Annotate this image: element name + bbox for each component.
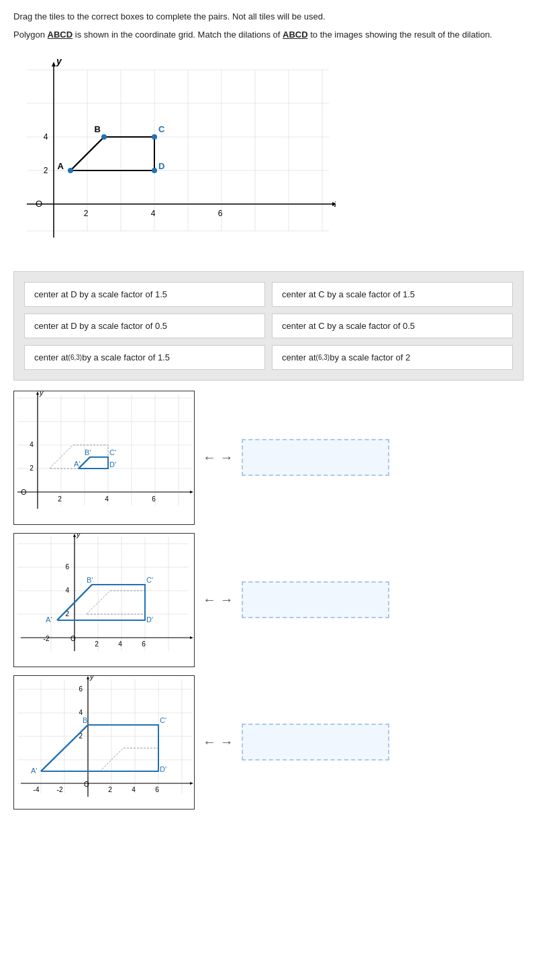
instructions-area: Drag the tiles to the correct boxes to c… xyxy=(0,0,537,50)
svg-text:4: 4 xyxy=(132,786,136,793)
match-arrow-3: ← → xyxy=(203,734,234,750)
svg-text:O: O xyxy=(21,488,27,496)
svg-text:x: x xyxy=(193,633,195,641)
svg-text:x: x xyxy=(193,779,195,787)
svg-text:B': B' xyxy=(83,716,89,724)
svg-text:C: C xyxy=(158,124,165,134)
svg-text:2: 2 xyxy=(58,495,62,503)
svg-text:4: 4 xyxy=(105,495,109,503)
svg-text:B': B' xyxy=(87,576,93,584)
match-grid-3: x y O 2 4 6 6 4 2 -2 -4 xyxy=(14,676,195,810)
svg-text:D': D' xyxy=(146,616,153,624)
svg-text:4: 4 xyxy=(44,132,48,142)
svg-text:y: y xyxy=(39,391,44,397)
match-dropzone-1[interactable] xyxy=(242,439,389,476)
svg-text:C': C' xyxy=(109,448,116,456)
svg-text:C': C' xyxy=(146,576,153,584)
svg-text:B: B xyxy=(95,124,101,134)
svg-text:-2: -2 xyxy=(57,786,63,793)
svg-text:O: O xyxy=(84,781,89,788)
svg-text:A': A' xyxy=(74,460,80,468)
svg-text:2: 2 xyxy=(44,166,48,175)
svg-text:4: 4 xyxy=(118,640,122,648)
tile-6[interactable]: center at (6,3) by a scale factor of 2 xyxy=(272,345,513,370)
svg-text:O: O xyxy=(36,199,42,209)
svg-text:x: x xyxy=(193,488,195,496)
match-row-3: x y O 2 4 6 6 4 2 -2 -4 xyxy=(13,675,524,810)
match-grid-2: x y O 2 4 6 6 4 2 -2 xyxy=(14,534,195,667)
svg-text:B': B' xyxy=(85,448,91,456)
match-dropzone-2[interactable] xyxy=(242,581,389,618)
main-grid-container: x y O 2 4 6 2 4 xyxy=(0,50,537,264)
svg-text:D': D' xyxy=(160,765,166,773)
svg-text:A': A' xyxy=(46,616,52,624)
match-graph-1: O x y 2 4 6 4 2 xyxy=(13,391,195,525)
svg-text:y: y xyxy=(56,56,62,66)
svg-text:6: 6 xyxy=(79,685,83,693)
svg-text:A': A' xyxy=(31,767,37,775)
svg-text:6: 6 xyxy=(142,640,146,648)
svg-text:D: D xyxy=(158,161,164,171)
svg-text:4: 4 xyxy=(65,587,69,594)
instruction-line2: Polygon ABCD is shown in the coordinate … xyxy=(13,28,524,42)
svg-text:4: 4 xyxy=(79,709,83,716)
match-grid-1: O x y 2 4 6 4 2 xyxy=(14,391,195,525)
svg-text:4: 4 xyxy=(30,441,34,448)
match-rows-area: O x y 2 4 6 4 2 xyxy=(0,387,537,821)
instruction-line1: Drag the tiles to the correct boxes to c… xyxy=(13,10,524,24)
svg-text:6: 6 xyxy=(152,495,156,503)
svg-line-60 xyxy=(79,457,90,469)
match-row-1: O x y 2 4 6 4 2 xyxy=(13,391,524,525)
svg-marker-49 xyxy=(190,491,193,493)
svg-marker-51 xyxy=(36,391,39,395)
svg-point-31 xyxy=(152,168,157,173)
tile-3[interactable]: center at D by a scale factor of 0.5 xyxy=(24,313,265,338)
tile-1[interactable]: center at D by a scale factor of 1.5 xyxy=(24,282,265,307)
match-graph-3: x y O 2 4 6 6 4 2 -2 -4 xyxy=(13,675,195,810)
svg-marker-77 xyxy=(190,636,193,639)
svg-text:-4: -4 xyxy=(34,786,40,793)
svg-point-28 xyxy=(68,168,73,173)
svg-text:x: x xyxy=(334,198,336,209)
svg-marker-108 xyxy=(190,782,193,785)
match-arrow-1: ← → xyxy=(203,450,234,465)
svg-text:2: 2 xyxy=(95,640,99,648)
svg-text:A: A xyxy=(58,161,64,171)
svg-text:2: 2 xyxy=(30,464,34,472)
svg-text:4: 4 xyxy=(151,209,156,218)
svg-text:D': D' xyxy=(109,460,116,469)
svg-text:2: 2 xyxy=(108,786,112,793)
match-graph-2: x y O 2 4 6 6 4 2 -2 xyxy=(13,533,195,667)
svg-point-30 xyxy=(152,134,157,140)
tile-4[interactable]: center at C by a scale factor of 0.5 xyxy=(272,313,513,338)
svg-marker-110 xyxy=(87,676,89,679)
tile-2[interactable]: center at C by a scale factor of 1.5 xyxy=(272,282,513,307)
tile-5[interactable]: center at (6,3) by a scale factor of 1.5 xyxy=(24,345,265,370)
svg-text:-2: -2 xyxy=(44,635,50,642)
svg-text:6: 6 xyxy=(65,563,69,571)
svg-text:y: y xyxy=(76,534,81,538)
match-arrow-2: ← → xyxy=(203,592,234,607)
svg-text:O: O xyxy=(70,635,76,642)
svg-marker-18 xyxy=(52,62,56,66)
svg-text:2: 2 xyxy=(84,209,89,218)
main-coordinate-grid: x y O 2 4 6 2 4 xyxy=(13,56,336,258)
svg-text:y: y xyxy=(89,676,95,681)
match-row-2: x y O 2 4 6 6 4 2 -2 xyxy=(13,533,524,667)
match-dropzone-3[interactable] xyxy=(242,724,389,761)
tiles-area: center at D by a scale factor of 1.5 cen… xyxy=(13,271,524,381)
svg-marker-79 xyxy=(73,534,76,537)
svg-text:6: 6 xyxy=(218,209,223,218)
svg-text:C': C' xyxy=(160,716,166,724)
svg-point-29 xyxy=(101,134,107,140)
svg-text:6: 6 xyxy=(155,786,159,793)
